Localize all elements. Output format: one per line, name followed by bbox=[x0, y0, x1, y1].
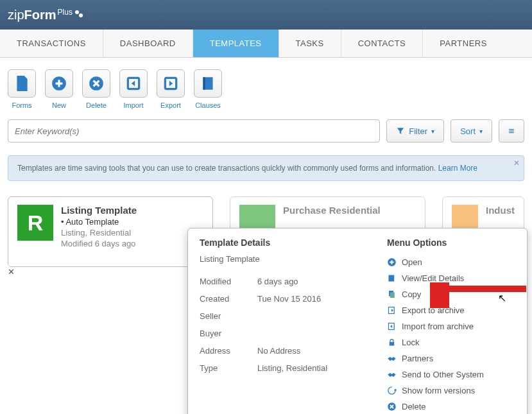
forms-button[interactable]: Forms bbox=[8, 69, 36, 109]
details-header: Template Details bbox=[200, 237, 374, 248]
nav-partners[interactable]: PARTNERS bbox=[423, 30, 504, 57]
logo-dots-icon bbox=[75, 10, 79, 19]
nav-templates[interactable]: TEMPLATES bbox=[193, 30, 279, 57]
close-card-button[interactable]: ✕ bbox=[8, 267, 213, 277]
import-icon bbox=[119, 69, 148, 98]
navbar: TRANSACTIONS DASHBOARD TEMPLATES TASKS C… bbox=[0, 30, 532, 58]
topbar: zipFormPlus bbox=[0, 0, 532, 30]
filter-label: Filter bbox=[409, 126, 427, 136]
menu-view-edit[interactable]: View/Edit Details bbox=[387, 270, 515, 277]
menu-header: Menu Options bbox=[387, 237, 515, 248]
logo-form: Form bbox=[24, 8, 56, 22]
svg-rect-5 bbox=[203, 77, 205, 90]
clauses-label: Clauses bbox=[195, 101, 221, 109]
template-title: Purchase Residential bbox=[283, 205, 381, 216]
filter-button[interactable]: Filter ▾ bbox=[386, 119, 444, 142]
book-icon bbox=[194, 69, 222, 98]
export-icon bbox=[157, 69, 185, 98]
delete-label: Delete bbox=[86, 101, 107, 109]
filter-icon bbox=[396, 126, 405, 135]
delete-button[interactable]: Delete bbox=[82, 69, 110, 109]
chevron-down-icon: ▾ bbox=[479, 128, 483, 135]
learn-more-link[interactable]: Learn More bbox=[438, 164, 477, 173]
template-popup: Template Details Listing Template Modifi… bbox=[187, 228, 528, 277]
details-column: Template Details Listing Template Modifi… bbox=[200, 237, 374, 277]
import-label: Import bbox=[123, 101, 143, 109]
menu-icon bbox=[508, 126, 515, 135]
template-title: Listing Template bbox=[61, 205, 137, 216]
template-subtitle: Auto Template bbox=[61, 217, 137, 227]
toolbar: Forms New Delete Import Export Clauses bbox=[0, 58, 532, 116]
filter-row: Filter ▾ Sort ▾ bbox=[0, 116, 532, 146]
info-banner: Templates are time saving tools that you… bbox=[8, 155, 524, 181]
forms-label: Forms bbox=[12, 101, 31, 109]
file-icon bbox=[8, 69, 36, 98]
sort-button[interactable]: Sort ▾ bbox=[450, 119, 492, 142]
list-menu-button[interactable] bbox=[499, 119, 524, 142]
new-label: New bbox=[52, 101, 66, 109]
logo: zipFormPlus bbox=[8, 8, 79, 22]
export-label: Export bbox=[160, 101, 181, 109]
chevron-down-icon: ▾ bbox=[431, 128, 434, 135]
plus-circle-icon bbox=[387, 257, 397, 267]
banner-text: Templates are time saving tools that you… bbox=[17, 164, 436, 173]
logo-plus: Plus bbox=[58, 8, 73, 17]
template-line1: Listing, Residential bbox=[61, 228, 137, 237]
close-icon[interactable]: ✕ bbox=[513, 159, 520, 168]
search-input[interactable] bbox=[8, 119, 380, 142]
menu-open[interactable]: Open bbox=[387, 254, 515, 270]
menu-view-edit-label: View/Edit Details bbox=[402, 273, 464, 277]
nav-tasks[interactable]: TASKS bbox=[279, 30, 341, 57]
template-title: Indust bbox=[486, 205, 515, 216]
nav-contacts[interactable]: CONTACTS bbox=[341, 30, 424, 57]
template-line2: Modified 6 days ago bbox=[61, 239, 137, 248]
menu-open-label: Open bbox=[402, 257, 422, 267]
nav-dashboard[interactable]: DASHBOARD bbox=[103, 30, 193, 57]
new-button[interactable]: New bbox=[45, 69, 73, 109]
menu-column: Menu Options Open View/Edit Details Copy… bbox=[387, 237, 515, 277]
import-button[interactable]: Import bbox=[119, 69, 148, 109]
template-thumb: R bbox=[17, 205, 53, 241]
x-circle-icon bbox=[82, 69, 110, 98]
value-modified: 6 days ago bbox=[257, 273, 374, 277]
plus-circle-icon bbox=[45, 69, 73, 98]
sort-label: Sort bbox=[460, 126, 476, 136]
logo-zip: zip bbox=[8, 8, 24, 22]
label-modified: Modified bbox=[200, 273, 257, 277]
details-template-name: Listing Template bbox=[200, 254, 374, 264]
template-card-1[interactable]: R Listing Template Auto Template Listing… bbox=[8, 196, 213, 277]
edit-icon bbox=[387, 273, 397, 277]
nav-transactions[interactable]: TRANSACTIONS bbox=[0, 30, 103, 57]
export-button[interactable]: Export bbox=[157, 69, 185, 109]
clauses-button[interactable]: Clauses bbox=[194, 69, 222, 109]
